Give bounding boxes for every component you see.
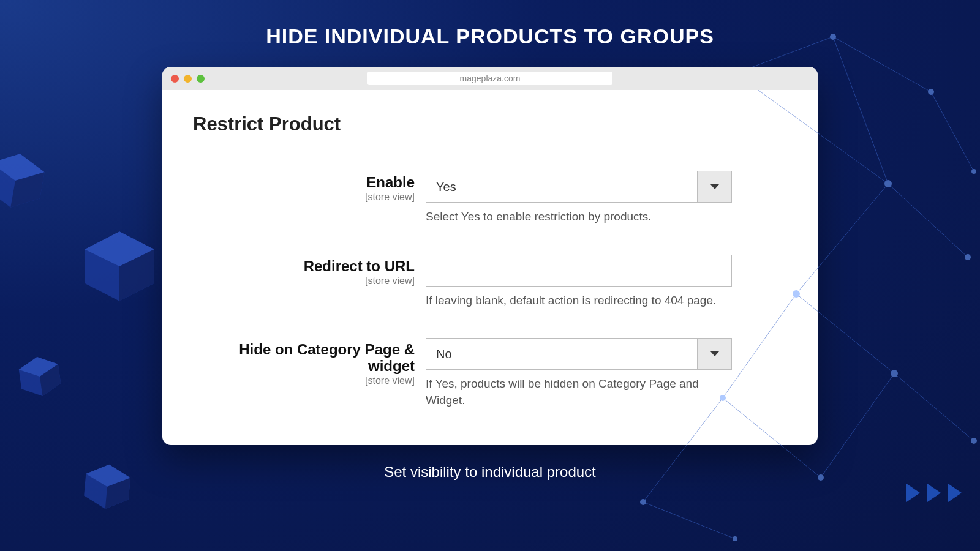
svg-point-24 bbox=[971, 169, 976, 174]
decorative-cube bbox=[0, 146, 50, 216]
redirect-input-wrapper bbox=[426, 255, 732, 287]
svg-point-21 bbox=[971, 438, 977, 444]
browser-titlebar: mageplaza.com bbox=[162, 67, 818, 90]
field-enable: Enable [store view] Yes Select Yes to en… bbox=[193, 171, 787, 225]
admin-panel: Restrict Product Enable [store view] Yes… bbox=[162, 90, 818, 445]
decorative-cube bbox=[80, 460, 134, 514]
svg-point-18 bbox=[965, 254, 971, 260]
url-bar[interactable]: mageplaza.com bbox=[368, 72, 612, 85]
svg-point-16 bbox=[928, 89, 934, 95]
close-icon[interactable] bbox=[171, 75, 179, 83]
help-hide: If Yes, products will be hidden on Categ… bbox=[426, 376, 732, 408]
hide-value: No bbox=[436, 347, 452, 361]
enable-select[interactable]: Yes bbox=[426, 171, 732, 203]
chevron-down-icon bbox=[697, 171, 731, 202]
scope-enable: [store view] bbox=[193, 192, 415, 203]
help-enable: Select Yes to enable restriction by prod… bbox=[426, 209, 732, 225]
field-redirect: Redirect to URL [store view] If leaving … bbox=[193, 255, 787, 309]
maximize-icon[interactable] bbox=[197, 75, 205, 83]
decorative-cube bbox=[81, 228, 158, 305]
svg-line-9 bbox=[821, 373, 894, 478]
scope-hide: [store view] bbox=[193, 375, 415, 386]
minimize-icon[interactable] bbox=[184, 75, 192, 83]
label-enable: Enable bbox=[193, 174, 415, 190]
field-hide: Hide on Category Page & widget [store vi… bbox=[193, 338, 787, 408]
svg-point-25 bbox=[640, 499, 646, 505]
svg-line-13 bbox=[643, 502, 735, 539]
decorative-arrows bbox=[907, 484, 962, 502]
hide-select[interactable]: No bbox=[426, 338, 732, 370]
redirect-input[interactable] bbox=[426, 255, 731, 286]
svg-line-6 bbox=[894, 373, 974, 441]
svg-line-10 bbox=[931, 92, 974, 171]
label-hide: Hide on Category Page & widget bbox=[193, 342, 415, 374]
page-caption: Set visibility to individual product bbox=[0, 463, 980, 481]
help-redirect: If leaving blank, default action is redi… bbox=[426, 293, 732, 309]
chevron-down-icon bbox=[697, 339, 731, 369]
url-text: mageplaza.com bbox=[460, 73, 521, 83]
browser-window: mageplaza.com Restrict Product Enable [s… bbox=[162, 67, 818, 445]
svg-line-3 bbox=[888, 184, 968, 257]
decorative-cube bbox=[15, 351, 64, 401]
enable-value: Yes bbox=[436, 180, 456, 194]
label-redirect: Redirect to URL bbox=[193, 258, 415, 274]
svg-point-17 bbox=[884, 180, 892, 187]
scope-redirect: [store view] bbox=[193, 276, 415, 287]
page-title: HIDE INDIVIDUAL PRODUCTS TO GROUPS bbox=[0, 0, 980, 48]
svg-point-20 bbox=[891, 370, 898, 377]
section-title: Restrict Product bbox=[193, 113, 787, 135]
svg-line-11 bbox=[833, 37, 888, 184]
svg-point-26 bbox=[733, 536, 737, 541]
